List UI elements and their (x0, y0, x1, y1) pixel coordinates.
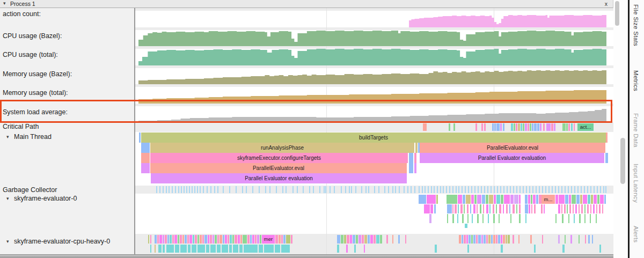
slice[interactable] (514, 123, 515, 131)
slice[interactable] (501, 195, 503, 204)
slice[interactable] (215, 235, 217, 244)
slice[interactable] (574, 123, 575, 131)
slice[interactable] (260, 235, 261, 244)
slice[interactable] (466, 195, 471, 204)
slice[interactable] (519, 204, 521, 213)
slice-m-[interactable]: m... (541, 195, 555, 204)
slice[interactable] (337, 245, 339, 253)
slice[interactable] (590, 214, 591, 223)
slice[interactable] (462, 235, 463, 244)
slice[interactable] (543, 123, 545, 131)
slice[interactable] (558, 235, 560, 244)
slice[interactable] (469, 235, 471, 244)
slice[interactable] (509, 204, 510, 213)
slice[interactable] (496, 195, 500, 204)
slice[interactable] (419, 195, 426, 204)
slice[interactable] (559, 195, 565, 204)
slice[interactable] (175, 245, 179, 253)
collapse-arrow-icon[interactable]: ▾ (6, 239, 9, 244)
slice[interactable] (467, 204, 469, 213)
slice[interactable] (368, 235, 370, 244)
slice[interactable] (562, 123, 566, 131)
slice[interactable] (466, 235, 468, 244)
slice[interactable] (534, 204, 536, 213)
slice[interactable] (415, 143, 418, 153)
slice[interactable] (576, 195, 580, 204)
slice[interactable] (180, 245, 187, 253)
slice[interactable] (534, 123, 537, 131)
slice[interactable] (208, 235, 209, 244)
slice[interactable] (174, 235, 177, 244)
slice[interactable] (192, 245, 196, 253)
slice[interactable] (546, 123, 551, 131)
slice[interactable] (525, 123, 527, 131)
slice[interactable] (291, 235, 292, 244)
close-icon[interactable]: x (605, 1, 608, 7)
slice[interactable] (453, 123, 455, 131)
slice[interactable] (600, 195, 604, 204)
slice[interactable] (596, 204, 597, 213)
slice[interactable] (467, 245, 469, 253)
inner-scrollbar-thumb[interactable] (615, 1, 619, 26)
slice[interactable] (243, 235, 247, 244)
slice[interactable] (210, 235, 212, 244)
slice[interactable] (167, 235, 169, 244)
slice[interactable] (499, 214, 500, 223)
slice[interactable] (477, 214, 479, 223)
slice[interactable] (590, 204, 591, 213)
slice[interactable] (481, 235, 483, 244)
slice[interactable] (583, 195, 587, 204)
slice[interactable] (222, 245, 228, 253)
sidebar-tab-file-size-stats[interactable]: File Size Stats (633, 4, 639, 46)
slice[interactable] (493, 204, 494, 213)
slice[interactable] (275, 245, 280, 253)
slice[interactable] (579, 235, 580, 244)
slice[interactable] (534, 245, 536, 253)
slice[interactable] (470, 204, 471, 213)
slice[interactable] (452, 214, 454, 223)
slice[interactable] (491, 235, 493, 244)
slice[interactable] (477, 195, 481, 204)
slice[interactable] (519, 214, 521, 223)
slice[interactable] (409, 153, 413, 163)
sidebar-tab-frame-data[interactable]: Frame Data (633, 113, 639, 148)
slice[interactable] (568, 214, 569, 223)
slice[interactable] (362, 235, 364, 244)
slice[interactable] (521, 123, 522, 131)
slice[interactable] (510, 214, 511, 223)
slice[interactable] (455, 204, 457, 213)
slice[interactable] (500, 123, 502, 131)
slice[interactable] (148, 235, 149, 244)
slice[interactable] (532, 123, 533, 131)
slice[interactable] (564, 204, 566, 213)
slice[interactable] (155, 245, 156, 253)
slice[interactable] (283, 235, 286, 244)
slice[interactable] (264, 245, 274, 253)
slice[interactable] (474, 195, 477, 204)
slice[interactable] (350, 235, 352, 244)
sidebar-tab-input-latency[interactable]: Input Latency (633, 164, 639, 203)
slice[interactable] (195, 235, 197, 244)
slice[interactable] (593, 204, 595, 213)
slice-skyframeexecutor-configuretargets[interactable]: skyframeExecutor.configureTargets (150, 153, 408, 163)
horizontal-scrollbar[interactable] (0, 254, 613, 258)
slice[interactable] (206, 245, 209, 253)
slice[interactable] (247, 235, 250, 244)
slice[interactable] (562, 214, 564, 223)
slice[interactable] (486, 235, 488, 244)
slice[interactable] (374, 235, 376, 244)
slice[interactable] (494, 195, 496, 204)
slice[interactable] (584, 214, 586, 223)
slice[interactable] (233, 245, 238, 253)
slice[interactable] (435, 245, 437, 253)
slice[interactable] (528, 123, 529, 131)
slice[interactable] (498, 235, 500, 244)
thread-row-main-thread[interactable]: Main Thread (14, 133, 52, 141)
slice[interactable] (594, 195, 597, 204)
slice[interactable] (187, 235, 189, 244)
slice[interactable] (585, 235, 586, 244)
slice[interactable] (544, 204, 545, 213)
slice[interactable] (141, 153, 150, 163)
thread-row-skyframe-evaluator-cpu-heavy-0[interactable]: skyframe-evaluator-cpu-heavy-0 (14, 238, 110, 245)
slice[interactable] (606, 132, 608, 143)
